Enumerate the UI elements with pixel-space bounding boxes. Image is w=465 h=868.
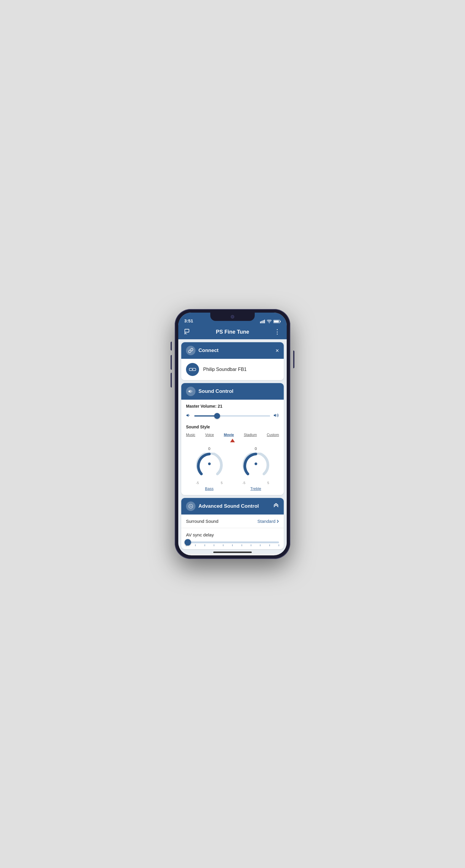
- treble-max: 5: [267, 481, 269, 485]
- svg-rect-0: [260, 321, 261, 323]
- svg-rect-3: [264, 320, 265, 323]
- camera: [231, 315, 234, 318]
- surround-sound-value-text: Standard: [257, 519, 275, 524]
- bass-knob-container: 0 -5 5: [196, 446, 223, 491]
- device-icon: [186, 363, 199, 376]
- surround-sound-label: Surround Sound: [186, 519, 218, 524]
- tick-2: [195, 545, 196, 546]
- connect-icon: [186, 346, 196, 355]
- volume-high-icon: [273, 413, 279, 419]
- svg-rect-7: [274, 321, 279, 323]
- cast-svg: [184, 328, 191, 334]
- device-row[interactable]: Philip Soundbar FB1: [181, 359, 284, 380]
- vol-low-svg: [186, 413, 191, 418]
- treble-min: -5: [242, 481, 245, 485]
- battery-icon: [273, 320, 281, 323]
- advanced-sound-icon: [186, 501, 196, 511]
- master-volume-label: Master Volume: 21: [186, 404, 279, 408]
- svg-point-18: [254, 462, 257, 465]
- treble-knob[interactable]: [242, 453, 269, 479]
- tick-3: [205, 545, 205, 546]
- style-stadium[interactable]: Stadium: [244, 433, 257, 437]
- sound-control-icon: [186, 386, 196, 396]
- status-icons: [260, 320, 281, 323]
- chevron-up-double-icon: [273, 503, 279, 508]
- style-voice[interactable]: Voice: [205, 433, 214, 437]
- advanced-sound-title: Advanced Sound Control: [198, 503, 259, 509]
- treble-knob-container: 0 -5 5: [242, 446, 269, 491]
- advanced-sound-header[interactable]: Advanced Sound Control: [181, 498, 284, 515]
- connect-header-left: Connect: [186, 346, 219, 355]
- surround-sound-value: Standard: [257, 519, 279, 524]
- sound-content: Master Volume: 21: [181, 400, 284, 495]
- nav-bar: PS Fine Tune ⋮: [178, 326, 287, 339]
- tick-6: [232, 545, 233, 546]
- av-sync-thumb: [184, 539, 191, 546]
- chevron-right-icon: [277, 520, 279, 523]
- volume-slider-row: [186, 413, 279, 419]
- soundbar-svg: [189, 368, 196, 371]
- more-menu-button[interactable]: ⋮: [272, 328, 282, 336]
- volume-low-icon: [186, 413, 191, 419]
- tick-10: [269, 545, 270, 546]
- advanced-sound-card: Advanced Sound Control Surround Sound St…: [181, 498, 284, 549]
- sound-control-header-left: Sound Control: [186, 386, 233, 396]
- style-indicator: [186, 439, 279, 443]
- av-sync-section: AV sync delay: [181, 528, 284, 549]
- connect-title: Connect: [198, 347, 219, 353]
- sound-style-label: Sound Style: [186, 425, 279, 429]
- connect-close-button[interactable]: ×: [275, 347, 279, 354]
- treble-label[interactable]: Treble: [250, 487, 261, 491]
- svg-point-17: [208, 462, 211, 465]
- svg-marker-13: [189, 390, 191, 393]
- sound-svg: [188, 389, 194, 394]
- svg-rect-2: [263, 320, 264, 323]
- style-movie[interactable]: Movie: [224, 433, 234, 437]
- bass-min: -5: [196, 481, 199, 485]
- knobs-row: 0 -5 5: [186, 446, 279, 491]
- sound-control-title: Sound Control: [198, 389, 233, 394]
- style-custom[interactable]: Custom: [267, 433, 279, 437]
- svg-rect-9: [185, 330, 188, 332]
- svg-rect-1: [262, 321, 262, 323]
- svg-point-4: [269, 322, 269, 323]
- tick-7: [242, 545, 242, 546]
- signal-icon: [260, 320, 265, 323]
- av-sync-slider[interactable]: [186, 541, 279, 543]
- surround-sound-row[interactable]: Surround Sound Standard: [181, 515, 284, 528]
- movie-arrow-icon: [230, 439, 235, 442]
- treble-range: -5 5: [242, 481, 269, 485]
- svg-marker-14: [186, 414, 189, 417]
- bass-value: 0: [208, 446, 210, 451]
- home-indicator: [213, 552, 252, 553]
- expand-collapse-button[interactable]: [273, 503, 279, 509]
- volume-fill: [194, 415, 217, 416]
- sound-control-header: Sound Control: [181, 383, 284, 400]
- device-name: Philip Soundbar FB1: [203, 367, 247, 372]
- style-music[interactable]: Music: [186, 433, 195, 437]
- tick-5: [223, 545, 223, 546]
- treble-value: 0: [255, 446, 257, 451]
- bass-knob[interactable]: [196, 453, 223, 479]
- bass-label[interactable]: Bass: [205, 487, 213, 491]
- sound-style-options: Music Voice Movie Stadium Custom: [186, 433, 279, 437]
- nav-title: PS Fine Tune: [193, 329, 272, 335]
- svg-point-10: [184, 333, 185, 334]
- vol-high-svg: [273, 413, 279, 418]
- connect-header: Connect ×: [181, 342, 284, 359]
- bass-max: 5: [221, 481, 223, 485]
- advanced-sound-header-left: Advanced Sound Control: [186, 501, 259, 511]
- av-slider-ticks: [186, 545, 279, 546]
- svg-marker-16: [274, 414, 276, 417]
- tick-4: [214, 545, 214, 546]
- tick-9: [260, 545, 260, 546]
- wifi-icon: [267, 320, 271, 323]
- volume-thumb: [214, 413, 220, 419]
- scroll-content: Connect × Philip Soundbar FB1: [178, 339, 287, 554]
- connect-card: Connect × Philip Soundbar FB1: [181, 342, 284, 380]
- notch: [210, 313, 255, 321]
- advanced-sound-svg: [188, 503, 194, 509]
- volume-slider[interactable]: [194, 415, 270, 416]
- svg-rect-6: [280, 321, 281, 322]
- cast-icon[interactable]: [183, 328, 193, 336]
